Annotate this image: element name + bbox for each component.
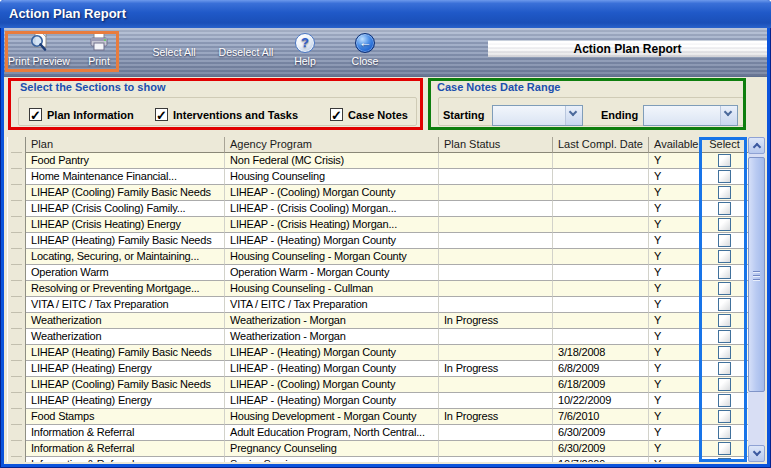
column-header-plan-status[interactable]: Plan Status	[439, 137, 553, 153]
close-button[interactable]: ← Close	[342, 32, 388, 67]
column-header-agency-program[interactable]: Agency Program	[225, 137, 439, 153]
vertical-scrollbar[interactable]	[748, 137, 765, 462]
row-select-checkbox[interactable]	[718, 298, 731, 311]
checkbox-case-notes[interactable]: Case Notes	[330, 108, 408, 121]
help-button[interactable]: ? Help	[282, 32, 328, 67]
title-bar[interactable]: Action Plan Report	[0, 0, 771, 28]
print-button[interactable]: Print	[78, 32, 120, 67]
row-select-checkbox[interactable]	[718, 218, 731, 231]
print-preview-button[interactable]: Print Preview	[10, 32, 68, 67]
column-header-available[interactable]: Available	[649, 137, 701, 153]
table-row[interactable]: LIHEAP (Heating) Energy LIHEAP - (Heatin…	[7, 393, 748, 409]
table-row[interactable]: Food Stamps Housing Development - Morgan…	[7, 409, 748, 425]
row-select-checkbox[interactable]	[718, 202, 731, 215]
table-row[interactable]: LIHEAP (Heating) Family Basic Needs LIHE…	[7, 233, 748, 249]
row-selector-gutter[interactable]	[7, 313, 26, 329]
cell-available: Y	[649, 153, 701, 169]
cell-plan-status	[439, 457, 553, 462]
row-select-checkbox[interactable]	[718, 330, 731, 343]
row-select-checkbox[interactable]	[718, 362, 731, 375]
row-selector-gutter[interactable]	[7, 201, 26, 217]
row-select-checkbox[interactable]	[718, 426, 731, 439]
cell-available: Y	[649, 281, 701, 297]
row-select-checkbox[interactable]	[718, 442, 731, 455]
row-select-checkbox[interactable]	[718, 346, 731, 359]
column-header-plan[interactable]: Plan	[26, 137, 225, 153]
table-row[interactable]: Locating, Securing, or Maintaining... Ho…	[7, 249, 748, 265]
row-selector-gutter[interactable]	[7, 329, 26, 345]
case-notes-checkbox[interactable]	[330, 108, 343, 121]
table-row[interactable]: Information & Referral Pregnancy Counsel…	[7, 441, 748, 457]
plan-information-checkbox[interactable]	[29, 108, 42, 121]
column-header-select[interactable]: Select	[701, 137, 748, 153]
table-row[interactable]: LIHEAP (Crisis Cooling) Family... LIHEAP…	[7, 201, 748, 217]
table-row[interactable]: Resolving or Preventing Mortgage... Hous…	[7, 281, 748, 297]
row-selector-gutter[interactable]	[7, 233, 26, 249]
row-select-checkbox[interactable]	[718, 394, 731, 407]
table-row[interactable]: Food Pantry Non Federal (MC Crisis) Y	[7, 153, 748, 169]
scroll-up-button[interactable]	[748, 137, 765, 154]
scroll-down-button[interactable]	[748, 445, 765, 462]
row-selector-gutter[interactable]	[7, 377, 26, 393]
table-row[interactable]: Home Maintenance Financial... Housing Co…	[7, 169, 748, 185]
table-row[interactable]: Operation Warm Operation Warm - Morgan C…	[7, 265, 748, 281]
row-selector-gutter[interactable]	[7, 457, 26, 462]
table-row[interactable]: LIHEAP (Heating) Family Basic Needs LIHE…	[7, 345, 748, 361]
row-select-checkbox[interactable]	[718, 458, 731, 462]
table-row[interactable]: LIHEAP (Cooling) Family Basic Needs LIHE…	[7, 185, 748, 201]
table-row[interactable]: Weatherization Weatherization - Morgan I…	[7, 313, 748, 329]
table-row[interactable]: LIHEAP (Heating) Energy LIHEAP - (Heatin…	[7, 361, 748, 377]
row-selector-gutter[interactable]	[7, 153, 26, 169]
row-select-checkbox[interactable]	[718, 170, 731, 183]
row-select-checkbox[interactable]	[718, 266, 731, 279]
cell-plan-status	[439, 217, 553, 233]
toolbar: Print Preview Print Select All Deselect …	[4, 28, 767, 77]
scrollbar-thumb[interactable]	[748, 157, 765, 392]
row-selector-gutter[interactable]	[7, 345, 26, 361]
table-row[interactable]: VITA / EITC / Tax Preparation VITA / EIT…	[7, 297, 748, 313]
interventions-tasks-checkbox[interactable]	[155, 108, 168, 121]
row-selector-gutter[interactable]	[7, 169, 26, 185]
row-select-checkbox[interactable]	[718, 186, 731, 199]
ending-dropdown-button[interactable]	[720, 106, 737, 125]
row-selector-gutter[interactable]	[7, 265, 26, 281]
row-selector-gutter[interactable]	[7, 393, 26, 409]
row-select-checkbox[interactable]	[718, 282, 731, 295]
checkbox-plan-information[interactable]: Plan Information	[29, 108, 134, 121]
row-select-checkbox[interactable]	[718, 234, 731, 247]
row-selector-gutter[interactable]	[7, 409, 26, 425]
row-selector-gutter[interactable]	[7, 217, 26, 233]
cell-available: Y	[649, 345, 701, 361]
table-row[interactable]: LIHEAP (Crisis Heating) Energy LIHEAP - …	[7, 217, 748, 233]
deselect-all-button[interactable]: Deselect All	[200, 28, 292, 76]
table-row[interactable]: Weatherization Weatherization - Morgan Y	[7, 329, 748, 345]
starting-dropdown-button[interactable]	[565, 106, 582, 125]
table-row[interactable]: Information & Referral Senior Services 1…	[7, 457, 748, 462]
cell-select	[701, 409, 748, 425]
row-selector-gutter[interactable]	[7, 249, 26, 265]
row-selector-gutter[interactable]	[7, 281, 26, 297]
ending-date-combobox[interactable]	[643, 105, 738, 126]
cell-plan: LIHEAP (Crisis Heating) Energy	[26, 217, 225, 233]
cell-plan: Food Pantry	[26, 153, 225, 169]
row-selector-gutter[interactable]	[7, 361, 26, 377]
row-selector-gutter[interactable]	[7, 441, 26, 457]
cell-available: Y	[649, 169, 701, 185]
cell-available: Y	[649, 441, 701, 457]
row-select-checkbox[interactable]	[718, 314, 731, 327]
table-row[interactable]: LIHEAP (Cooling) Family Basic Needs LIHE…	[7, 377, 748, 393]
cell-select	[701, 441, 748, 457]
row-select-checkbox[interactable]	[718, 250, 731, 263]
row-select-checkbox[interactable]	[718, 378, 731, 391]
checkbox-interventions-tasks[interactable]: Interventions and Tasks	[155, 108, 298, 121]
row-select-checkbox[interactable]	[718, 154, 731, 167]
starting-date-combobox[interactable]	[492, 105, 583, 126]
row-selector-gutter[interactable]	[7, 425, 26, 441]
column-header-last-compl-date[interactable]: Last Compl. Date	[553, 137, 649, 153]
table-row[interactable]: Information & Referral Adult Education P…	[7, 425, 748, 441]
row-selector-gutter[interactable]	[7, 297, 26, 313]
cell-last-compl-date: 6/18/2009	[553, 377, 649, 393]
row-selector-gutter[interactable]	[7, 185, 26, 201]
cell-select	[701, 313, 748, 329]
row-select-checkbox[interactable]	[718, 410, 731, 423]
